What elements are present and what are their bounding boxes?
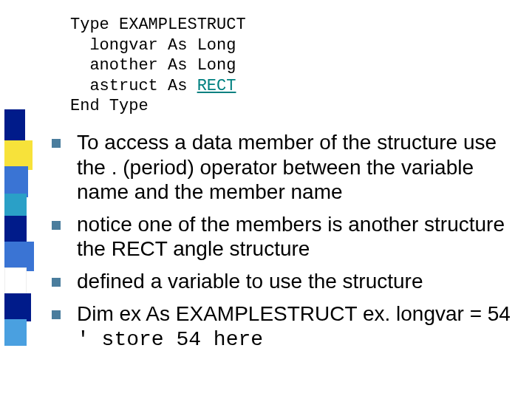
bullet-text-1: To access a data member of the structure… bbox=[77, 130, 525, 205]
bullet-list: To access a data member of the structure… bbox=[52, 130, 525, 360]
list-item: To access a data member of the structure… bbox=[52, 130, 525, 205]
square-bullet-icon bbox=[52, 278, 61, 287]
side-decoration bbox=[0, 0, 38, 399]
code-block: Type EXAMPLESTRUCT longvar As Long anoth… bbox=[70, 15, 246, 117]
code-line-2: longvar As Long bbox=[70, 36, 236, 55]
bullet-text-4b: ' store 54 here bbox=[77, 328, 263, 351]
bullet-text-2: notice one of the members is another str… bbox=[77, 212, 525, 262]
code-line-1: Type EXAMPLESTRUCT bbox=[70, 16, 246, 34]
square-bullet-icon bbox=[52, 139, 61, 148]
code-line-5: End Type bbox=[70, 97, 149, 115]
bullet-text-3: defined a variable to use the structure bbox=[77, 269, 525, 294]
list-item: notice one of the members is another str… bbox=[52, 212, 525, 262]
list-item: Dim ex As EXAMPLESTRUCT ex. longvar = 54… bbox=[52, 301, 525, 352]
code-line-4a: astruct As bbox=[70, 77, 197, 95]
square-bullet-icon bbox=[52, 221, 61, 230]
code-link-rect[interactable]: RECT bbox=[197, 77, 236, 95]
bullet-text-4: Dim ex As EXAMPLESTRUCT ex. longvar = 54… bbox=[77, 301, 525, 352]
bullet-text-4a: Dim ex As EXAMPLESTRUCT ex. longvar = 54 bbox=[77, 302, 511, 325]
square-bullet-icon bbox=[52, 310, 61, 319]
list-item: defined a variable to use the structure bbox=[52, 269, 525, 294]
code-line-3: another As Long bbox=[70, 56, 236, 75]
slide: Type EXAMPLESTRUCT longvar As Long anoth… bbox=[0, 0, 532, 399]
